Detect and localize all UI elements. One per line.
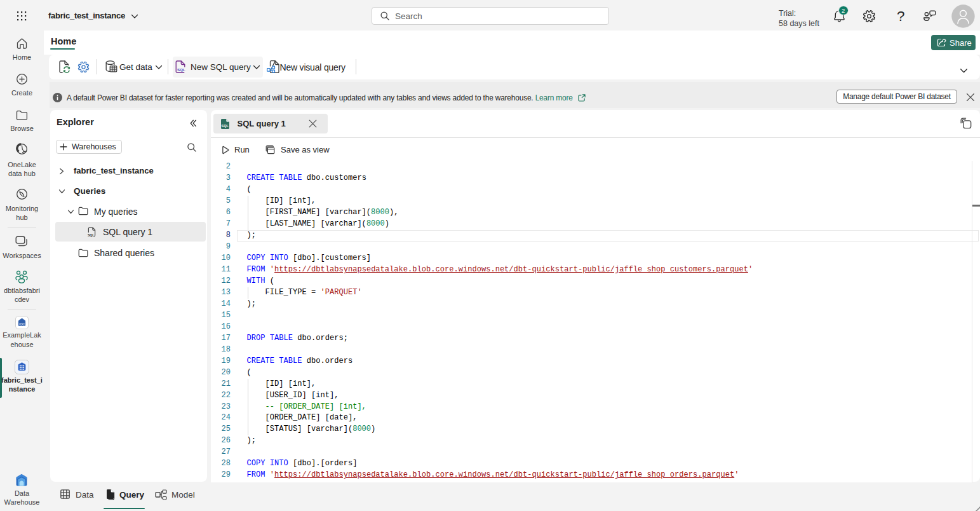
svg-text:SQL: SQL: [88, 233, 94, 237]
svg-text:SQL: SQL: [177, 67, 185, 72]
svg-text:SQL: SQL: [222, 124, 229, 128]
